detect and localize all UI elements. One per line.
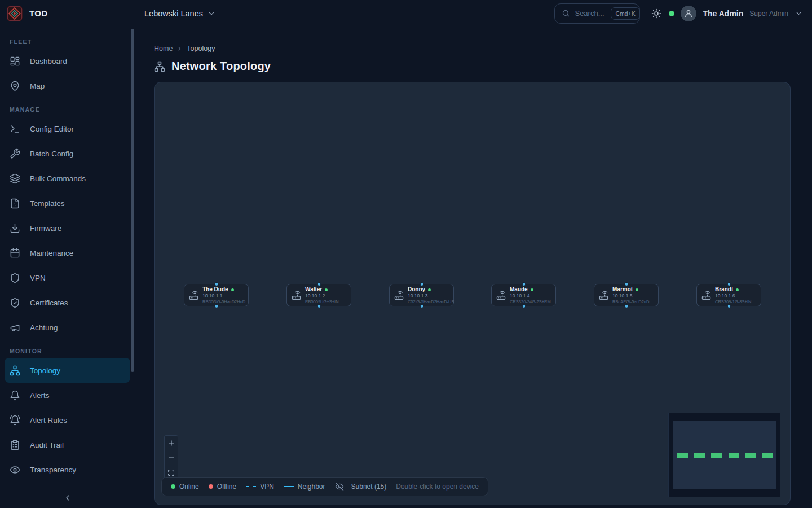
- minimap-node: [677, 453, 688, 458]
- router-icon: [599, 291, 608, 300]
- sidebar-item-maintenance[interactable]: Maintenance: [0, 240, 135, 265]
- minimap-node: [729, 453, 739, 458]
- org-switcher[interactable]: Lebowski Lanes: [144, 9, 215, 18]
- chevron-right-icon: [176, 46, 183, 52]
- sidebar-item-dashboard[interactable]: Dashboard: [0, 49, 135, 73]
- maximize-icon: [167, 469, 175, 476]
- legend-hint: Double-click to open device: [396, 483, 479, 491]
- sidebar-item-achtung[interactable]: Achtung: [0, 315, 135, 340]
- node-model: RBcAPGi-5acD2nD: [612, 299, 649, 304]
- minimap-node: [694, 453, 705, 458]
- clipboard-icon: [10, 440, 20, 450]
- main-area: Lebowski Lanes Cmd+K: [135, 0, 812, 508]
- node-handle-top[interactable]: [420, 282, 423, 286]
- node-name: Marmot: [612, 286, 633, 294]
- minimap[interactable]: [668, 413, 780, 497]
- zoom-in-button[interactable]: [165, 436, 178, 450]
- sidebar-item-batch-config[interactable]: Batch Config: [0, 141, 135, 166]
- sidebar-item-label: Alerts: [30, 391, 50, 400]
- connection-status-dot: [669, 11, 674, 16]
- sidebar-item-bulk-commands[interactable]: Bulk Commands: [0, 166, 135, 191]
- sidebar-item-config-editor[interactable]: Config Editor: [0, 116, 135, 141]
- user-role: Super Admin: [749, 10, 788, 17]
- node-handle-bottom[interactable]: [727, 304, 731, 308]
- node-handle-bottom[interactable]: [317, 304, 321, 308]
- sidebar-item-transparency[interactable]: Transparency: [0, 457, 135, 482]
- legend-neighbor: Neighbor: [284, 483, 325, 491]
- sidebar-item-label: Dashboard: [30, 57, 67, 65]
- breadcrumb-current: Topology: [187, 45, 215, 52]
- topology-node-walter[interactable]: Walter10.10.1.2RB5009UG+S+IN: [286, 284, 351, 306]
- node-status-dot: [531, 288, 533, 291]
- sidebar-item-vpn[interactable]: VPN: [0, 265, 135, 290]
- node-model: CRS326-24G-2S+RM: [510, 299, 551, 304]
- node-name: Walter: [305, 286, 322, 294]
- router-icon: [701, 291, 711, 300]
- terminal-icon: [10, 124, 20, 134]
- topology-node-brandt[interactable]: Brandt10.10.1.6CRS309-1G-8S+IN: [696, 284, 761, 306]
- sidebar-item-alerts[interactable]: Alerts: [0, 383, 135, 408]
- download-icon: [10, 223, 20, 234]
- minimap-node: [711, 453, 722, 458]
- theme-toggle-button[interactable]: [650, 7, 663, 20]
- topology-node-marmot[interactable]: Marmot10.10.1.5RBcAPGi-5acD2nD: [594, 284, 659, 306]
- node-handle-top[interactable]: [522, 282, 526, 286]
- sidebar-nav: FLEETDashboardMapMANAGEConfig EditorBatc…: [0, 27, 135, 487]
- file-icon: [10, 198, 20, 209]
- sidebar-item-certificates[interactable]: Certificates: [0, 290, 135, 315]
- topology-node-maude[interactable]: Maude10.10.1.4CRS326-24G-2S+RM: [491, 284, 556, 306]
- node-model: CRS309-1G-8S+IN: [715, 299, 751, 304]
- sidebar-collapse[interactable]: [0, 487, 135, 508]
- topology-canvas[interactable]: The Dude10.10.1.1RBD53iG-5HacD2HnDWalter…: [154, 82, 791, 505]
- minimap-node: [762, 453, 773, 458]
- sidebar-item-label: Map: [30, 82, 45, 90]
- node-status-dot: [231, 288, 234, 291]
- sidebar-item-map[interactable]: Map: [0, 73, 135, 98]
- offline-dot: [209, 484, 213, 489]
- search-box[interactable]: Cmd+K: [554, 3, 640, 24]
- user-menu-chevron-icon[interactable]: [795, 9, 803, 17]
- avatar[interactable]: [681, 6, 696, 21]
- node-handle-bottom[interactable]: [522, 304, 526, 308]
- node-handle-bottom[interactable]: [624, 304, 628, 308]
- topology-node-the-dude[interactable]: The Dude10.10.1.1RBD53iG-5HacD2HnD: [184, 284, 249, 306]
- bell-ring-icon: [10, 415, 20, 426]
- breadcrumb-home[interactable]: Home: [154, 45, 173, 52]
- node-handle-bottom[interactable]: [214, 304, 218, 308]
- shield-check-icon: [10, 297, 20, 308]
- sidebar-item-alert-rules[interactable]: Alert Rules: [0, 408, 135, 432]
- router-icon: [292, 291, 301, 300]
- node-handle-top[interactable]: [727, 282, 731, 286]
- sidebar-item-label: Maintenance: [30, 249, 73, 257]
- node-handle-top[interactable]: [624, 282, 628, 286]
- topology-node-donny[interactable]: Donny10.10.1.3C52iG-5HaxD2HaxD-US: [389, 284, 454, 306]
- router-icon: [496, 291, 506, 300]
- sidebar-item-topology[interactable]: Topology: [5, 358, 130, 383]
- sidebar-item-label: VPN: [30, 274, 46, 282]
- legend-subnet-toggle[interactable]: Subnet (15): [335, 482, 387, 491]
- node-ip: 10.10.1.2: [305, 293, 339, 299]
- router-icon: [189, 291, 198, 300]
- sidebar-scrollbar[interactable]: [131, 29, 134, 372]
- eye-off-icon: [335, 482, 344, 491]
- node-model: RB5009UG+S+IN: [305, 299, 339, 304]
- node-ip: 10.10.1.6: [715, 293, 751, 299]
- node-ip: 10.10.1.4: [510, 293, 551, 299]
- node-handle-top[interactable]: [317, 282, 321, 286]
- node-handle-top[interactable]: [214, 282, 218, 286]
- router-icon: [394, 291, 404, 300]
- sidebar-item-audit-trail[interactable]: Audit Trail: [0, 432, 135, 457]
- sidebar-item-templates[interactable]: Templates: [0, 191, 135, 216]
- minimap-viewport: [673, 421, 776, 489]
- search-input[interactable]: [575, 9, 606, 17]
- node-status-dot: [428, 288, 431, 291]
- node-handle-bottom[interactable]: [420, 304, 423, 308]
- legend-vpn: VPN: [246, 483, 274, 491]
- sidebar-item-firmware[interactable]: Firmware: [0, 216, 135, 240]
- search-shortcut-badge: Cmd+K: [611, 7, 639, 20]
- zoom-out-button[interactable]: [165, 450, 178, 465]
- legend-online: Online: [171, 483, 199, 491]
- shield-icon: [10, 273, 20, 283]
- node-ip: 10.10.1.1: [202, 293, 244, 299]
- minimap-node: [745, 453, 756, 458]
